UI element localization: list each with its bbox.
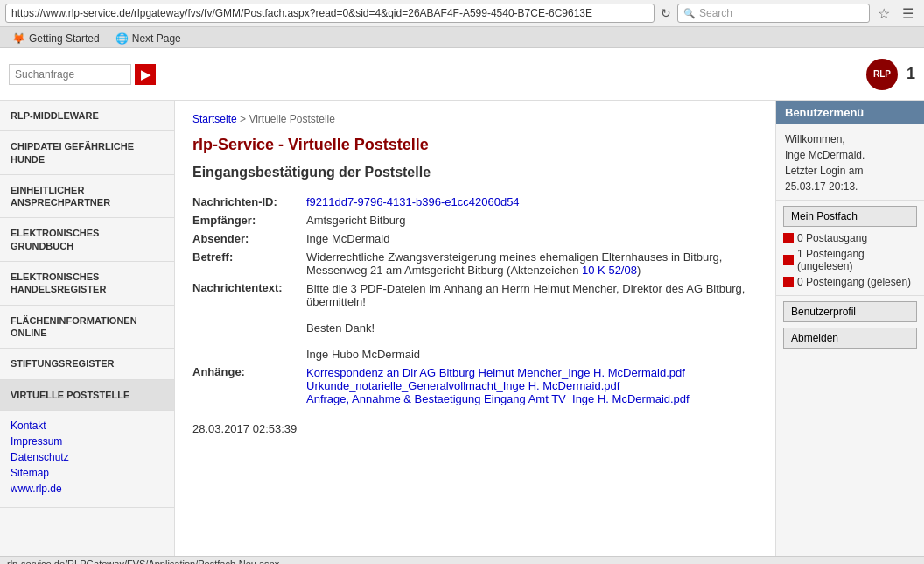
address-bar-row: https://www.rlp-service.de/rlpgateway/fv…: [0, 0, 924, 27]
sidebar-link-kontakt[interactable]: Kontakt: [10, 419, 164, 432]
sidebar-item-einheitlicher[interactable]: EINHEITLICHER ANSPRECHPARTNER: [0, 175, 174, 219]
table-row: Nachrichtentext: Bitte die 3 PDF-Dateien…: [192, 279, 758, 363]
posteingang-gelesen-label: 0 Posteingang (gelesen): [797, 276, 911, 288]
top-right-logo: RLP 1: [866, 59, 915, 90]
anhaenge-values: Korrespondenz an Dir AG Bitburg Helmut M…: [306, 363, 758, 408]
sidebar: RLP-MIDDLEWARE CHIPDATEI GEFÄHRLICHE HUN…: [0, 101, 175, 556]
tab-next-page[interactable]: 🌐 Next Page: [108, 30, 188, 47]
nachrichten-id-link[interactable]: f9211dd7-9796-4131-b396-e1cc42060d54: [306, 195, 520, 208]
table-row: Anhänge: Korrespondenz an Dir AG Bitburg…: [192, 363, 758, 408]
browser-search-placeholder: Search: [699, 7, 732, 19]
address-url: https://www.rlp-service.de/rlpgateway/fv…: [11, 7, 648, 19]
browser-actions: ☆ ☰: [873, 4, 919, 23]
sidebar-item-rlp-middleware[interactable]: RLP-MIDDLEWARE: [0, 101, 174, 131]
center-content: Startseite > Virtuelle Poststelle rlp-Se…: [175, 101, 775, 556]
sidebar-item-chipdatei[interactable]: CHIPDATEI GEFÄHRLICHE HUNDE: [0, 131, 174, 175]
posteingang-ungelesen-item: 1 Posteingang (ungelesen): [776, 246, 924, 274]
breadcrumb: Startseite > Virtuelle Poststelle: [192, 113, 758, 125]
sidebar-item-stiftungsregister[interactable]: STIFTUNGSREGISTER: [0, 349, 174, 379]
nachrichten-id-label: Nachrichten-ID:: [192, 193, 306, 211]
breadcrumb-current: Virtuelle Poststelle: [248, 113, 335, 125]
anhang-link-2[interactable]: Urkunde_notarielle_Generalvollmacht_Inge…: [306, 379, 620, 392]
tab-next-page-label: Next Page: [132, 32, 181, 45]
anhang-link-3[interactable]: Anfrage, Annahme & Bestaetigung Eingang …: [306, 392, 690, 405]
abmelden-button[interactable]: Abmelden: [783, 328, 917, 349]
table-row: Absender: Inge McDermaid: [192, 229, 758, 248]
search-widget: ▶: [9, 64, 156, 85]
benutzer-welcome: Willkommen, Inge McDermaid. Letzter Logi…: [776, 124, 924, 201]
breadcrumb-home[interactable]: Startseite: [192, 113, 237, 125]
sidebar-item-flaecheninformationen[interactable]: FLÄCHENINFORMATIONEN ONLINE: [0, 306, 174, 349]
nachrichten-id-value: f9211dd7-9796-4131-b396-e1cc42060d54: [306, 193, 758, 211]
sidebar-link-rlp[interactable]: www.rlp.de: [10, 483, 164, 495]
browser-search-bar[interactable]: 🔍 Search: [677, 4, 870, 23]
anhaenge-label: Anhänge:: [192, 363, 306, 408]
logo-number: 1: [906, 65, 915, 83]
address-bar[interactable]: https://www.rlp-service.de/rlpgateway/fv…: [5, 4, 654, 23]
postausgang-label: 0 Postausgang: [797, 232, 867, 244]
absender-label: Absender:: [192, 229, 306, 248]
benutzerprofil-button[interactable]: Benutzerprofil: [783, 301, 917, 322]
main-area: RLP-MIDDLEWARE CHIPDATEI GEFÄHRLICHE HUN…: [0, 101, 924, 556]
sidebar-links: Kontakt Impressum Datenschutz Sitemap ww…: [0, 411, 174, 508]
details-table: Nachrichten-ID: f9211dd7-9796-4131-b396-…: [192, 193, 758, 408]
top-banner: ▶ RLP 1: [0, 48, 924, 101]
search-go-button[interactable]: ▶: [135, 64, 156, 85]
welcome-line2: Inge McDermaid.: [785, 149, 864, 161]
empfaenger-value: Amtsgericht Bitburg: [306, 211, 758, 229]
posteingang-ungelesen-icon: [783, 255, 794, 265]
globe-icon: 🌐: [116, 32, 129, 45]
breadcrumb-separator: >: [240, 113, 248, 125]
status-url: rlp-service.de/RLPGateway/FVS/Applicatio…: [7, 559, 279, 564]
betreff-value: Widerrechtliche Zwangsversteigerung mein…: [306, 248, 758, 279]
browser-search-icon: 🔍: [683, 8, 696, 19]
right-sidebar: Benutzermenü Willkommen, Inge McDermaid.…: [775, 101, 924, 556]
browser-chrome: https://www.rlp-service.de/rlpgateway/fv…: [0, 0, 924, 48]
benutzer-title: Benutzermenü: [776, 101, 924, 124]
postausgang-icon: [783, 233, 794, 243]
sidebar-link-sitemap[interactable]: Sitemap: [10, 467, 164, 479]
table-row: Empfänger: Amtsgericht Bitburg: [192, 211, 758, 229]
search-input[interactable]: [9, 64, 131, 85]
betreff-link[interactable]: 10 K 52/08: [582, 264, 637, 277]
page-wrapper: ▶ RLP 1 RLP-MIDDLEWARE CHIPDATEI GEFÄHRL…: [0, 48, 924, 556]
sidebar-item-elektronisches-grundbuch[interactable]: ELEKTRONISCHES GRUNDBUCH: [0, 218, 174, 262]
tab-getting-started[interactable]: 🦊 Getting Started: [5, 30, 107, 47]
page-title: rlp-Service - Virtuelle Poststelle: [192, 136, 758, 154]
anhang-link-1[interactable]: Korrespondenz an Dir AG Bitburg Helmut M…: [306, 366, 685, 379]
section-title: Eingangsbestätigung der Poststelle: [192, 165, 758, 180]
welcome-line3: Letzter Login am: [785, 165, 863, 177]
posteingang-gelesen-item: 0 Posteingang (gelesen): [776, 274, 924, 290]
timestamp: 28.03.2017 02:53:39: [192, 422, 758, 435]
rlp-logo: RLP: [866, 59, 898, 90]
reload-button[interactable]: ↻: [658, 5, 674, 21]
welcome-line1: Willkommen,: [785, 133, 845, 145]
firefox-icon: 🦊: [12, 32, 25, 45]
sidebar-item-virtuelle-poststelle[interactable]: VIRTUELLE POSTSTELLE: [0, 380, 174, 411]
table-row: Betreff: Widerrechtliche Zwangsversteige…: [192, 248, 758, 279]
betreff-label: Betreff:: [192, 248, 306, 279]
nachrichtentext-value: Bitte die 3 PDF-Dateien im Anhang an Her…: [306, 279, 758, 363]
posteingang-gelesen-icon: [783, 277, 794, 287]
table-row: Nachrichten-ID: f9211dd7-9796-4131-b396-…: [192, 193, 758, 211]
sidebar-link-datenschutz[interactable]: Datenschutz: [10, 451, 164, 463]
tab-getting-started-label: Getting Started: [29, 32, 100, 45]
postbox-section: 0 Postausgang 1 Posteingang (ungelesen) …: [776, 227, 924, 296]
absender-value: Inge McDermaid: [306, 229, 758, 248]
sidebar-item-handelsregister[interactable]: ELEKTRONISCHES HANDELSREGISTER: [0, 262, 174, 306]
bookmark-button[interactable]: ☆: [873, 4, 894, 23]
sidebar-link-impressum[interactable]: Impressum: [10, 435, 164, 448]
menu-button[interactable]: ☰: [898, 4, 919, 23]
mein-postfach-button[interactable]: Mein Postfach: [783, 206, 917, 227]
tabs-row: 🦊 Getting Started 🌐 Next Page: [0, 27, 924, 47]
welcome-line4: 25.03.17 20:13.: [785, 180, 858, 193]
nachrichtentext-label: Nachrichtentext:: [192, 279, 306, 363]
status-bar: rlp-service.de/RLPGateway/FVS/Applicatio…: [0, 556, 924, 564]
postausgang-item: 0 Postausgang: [776, 230, 924, 246]
empfaenger-label: Empfänger:: [192, 211, 306, 229]
posteingang-ungelesen-label: 1 Posteingang (ungelesen): [797, 248, 917, 272]
